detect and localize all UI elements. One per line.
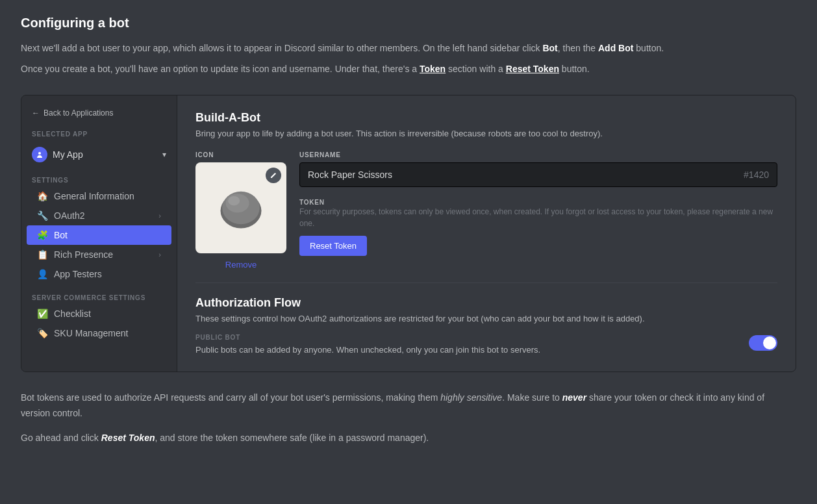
bottom-paragraph-1: Bot tokens are used to authorize API req…	[21, 390, 796, 422]
sidebar-item-sku-management[interactable]: 🏷️ SKU Management	[27, 323, 171, 343]
remove-icon-link[interactable]: Remove	[195, 260, 286, 270]
discriminator: #1420	[744, 170, 769, 180]
intro-paragraph-1: Next we'll add a bot user to your app, w…	[21, 41, 796, 55]
build-a-bot-title: Build-A-Bot	[195, 111, 777, 125]
sidebar-item-general[interactable]: 🏠 General Information	[27, 186, 171, 206]
build-a-bot-subtitle: Bring your app to life by adding a bot u…	[195, 129, 777, 138]
selected-app-label: SELECTED APP	[21, 131, 177, 138]
sku-icon: 🏷️	[37, 328, 47, 338]
username-label: USERNAME	[299, 151, 777, 158]
public-bot-toggle[interactable]	[749, 335, 777, 351]
screenshot-container: ← Back to Applications SELECTED APP My A…	[21, 95, 796, 373]
wrench-icon: 🔧	[37, 210, 47, 221]
reset-token-button[interactable]: Reset Token	[299, 236, 367, 256]
edit-icon-overlay	[266, 168, 281, 183]
general-label: General Information	[54, 191, 134, 201]
app-testers-label: App Testers	[54, 269, 102, 279]
sidebar: ← Back to Applications SELECTED APP My A…	[21, 95, 177, 372]
back-arrow-icon: ←	[32, 108, 40, 118]
section-divider	[195, 283, 777, 283]
bot-label: Bot	[54, 230, 68, 240]
page-title: Configuring a bot	[21, 16, 796, 31]
app-selector-left: My App	[32, 147, 83, 162]
server-commerce-label: SERVER COMMERCE SETTINGS	[21, 294, 177, 301]
home-icon: 🏠	[37, 191, 47, 201]
public-bot-label: PUBLIC BOT	[195, 334, 540, 341]
username-input[interactable]: Rock Paper Scissors #1420	[299, 162, 777, 187]
main-content: Build-A-Bot Bring your app to life by ad…	[177, 95, 796, 372]
checklist-icon: ✅	[37, 309, 47, 319]
checklist-label: Checklist	[54, 309, 91, 319]
icon-field-block: ICON	[195, 151, 286, 270]
token-label: TOKEN	[299, 199, 777, 206]
app-selector[interactable]: My App ▾	[21, 143, 177, 166]
app-icon	[32, 147, 47, 162]
puzzle-icon: 🧩	[37, 230, 47, 240]
app-name: My App	[53, 149, 83, 160]
toggle-knob	[763, 336, 776, 349]
auth-flow-title: Authorization Flow	[195, 296, 777, 310]
username-value: Rock Paper Scissors	[308, 170, 392, 180]
auth-flow-desc: These settings control how OAuth2 author…	[195, 314, 777, 323]
rich-presence-label: Rich Presence	[54, 249, 113, 260]
bot-fields-group: ICON	[195, 151, 777, 270]
public-bot-info: PUBLIC BOT Public bots can be added by a…	[195, 334, 540, 357]
back-to-applications[interactable]: ← Back to Applications	[21, 103, 177, 123]
settings-section-label: SETTINGS	[21, 177, 177, 184]
sidebar-item-checklist[interactable]: ✅ Checklist	[27, 304, 171, 323]
oauth2-chevron-icon: ›	[158, 212, 161, 220]
chevron-down-icon: ▾	[162, 150, 166, 159]
sidebar-item-rich-presence[interactable]: 📋 Rich Presence ›	[27, 245, 171, 264]
bottom-paragraph-2: Go ahead and click Reset Token, and stor…	[21, 431, 796, 446]
sidebar-item-bot[interactable]: 🧩 Bot	[27, 225, 171, 245]
intro-paragraph-2: Once you create a bot, you'll have an op…	[21, 62, 796, 76]
oauth2-label: OAuth2	[54, 210, 84, 221]
svg-point-1	[38, 152, 41, 155]
icon-label: ICON	[195, 151, 286, 158]
person-icon: 👤	[37, 269, 47, 279]
username-field-block: USERNAME Rock Paper Scissors #1420 TOKEN…	[299, 151, 777, 270]
svg-point-5	[228, 196, 240, 205]
token-description: For security purposes, tokens can only b…	[299, 206, 777, 229]
public-bot-toggle-row: PUBLIC BOT Public bots can be added by a…	[195, 334, 777, 357]
sidebar-item-oauth2[interactable]: 🔧 OAuth2 ›	[27, 206, 171, 225]
bot-icon-container[interactable]	[195, 162, 286, 253]
sku-label: SKU Management	[54, 328, 128, 338]
sidebar-item-app-testers[interactable]: 👤 App Testers	[27, 264, 171, 284]
token-section: TOKEN For security purposes, tokens can …	[299, 199, 777, 256]
rich-presence-icon: 📋	[37, 249, 47, 260]
rich-presence-chevron-icon: ›	[158, 251, 161, 258]
public-bot-description: Public bots can be added by anyone. When…	[195, 344, 540, 357]
